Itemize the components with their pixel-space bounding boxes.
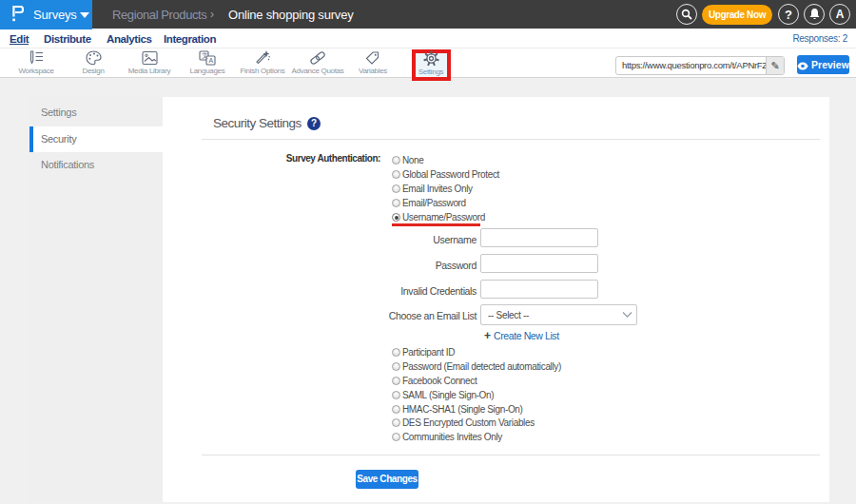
svg-text:A: A [208,57,213,64]
svg-text:文: 文 [202,51,208,59]
